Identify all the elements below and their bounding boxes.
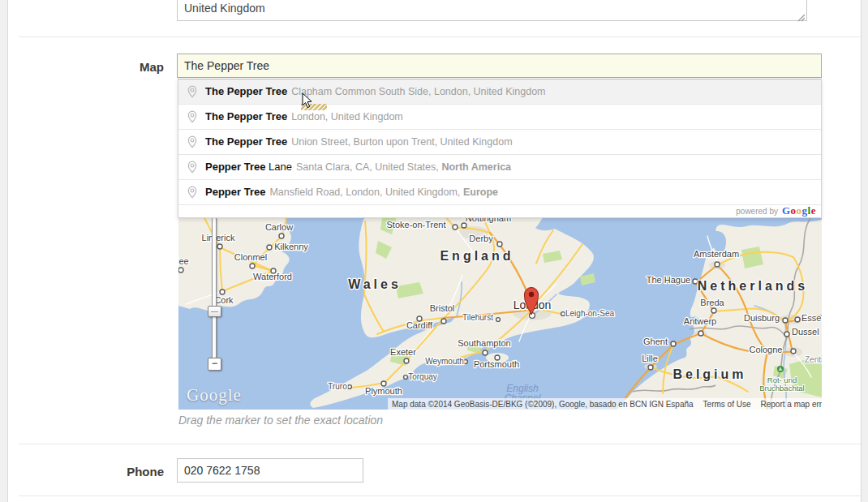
attribution-text: Map data ©2014 GeoBasis-DE/BKG (©2009), … (392, 400, 694, 409)
report-map-error-link[interactable]: Report a map error (761, 400, 822, 409)
suggestion-main: Pepper Tree (205, 161, 265, 173)
map-label: Truro (328, 382, 347, 391)
map-label: Torquay (408, 372, 437, 381)
suggestion-secondary-bold: Europe (463, 187, 498, 198)
map-label: Dussel (792, 327, 819, 337)
map-label: Wales (348, 277, 402, 291)
map-label: Antwerp (684, 316, 716, 326)
map-label: Southampton (458, 338, 510, 348)
resize-handle-icon[interactable] (796, 11, 806, 25)
map-label: Cologne (750, 345, 783, 354)
map-label: Bruchbachtal (759, 384, 804, 393)
suggestion-main-rest: Lane (265, 161, 292, 173)
map-label: Derby (469, 234, 493, 243)
autocomplete-item[interactable]: The Pepper TreeClapham Common South Side… (178, 79, 821, 105)
divider (19, 36, 861, 37)
map-field-label: Map (49, 60, 164, 74)
map-label: Waterford (253, 272, 292, 281)
map-svg: leeLimerickCarlowKilkennyClonmelWaterfor… (178, 207, 822, 410)
country-textarea[interactable]: United Kingdom (177, 0, 807, 21)
left-rail (0, 0, 8, 502)
map-label: Carlow (265, 222, 293, 232)
zoom-out-button[interactable]: − (208, 358, 221, 371)
phone-field-label: Phone (49, 465, 164, 478)
map-label: Cardiff (406, 320, 433, 330)
google-logo: Google (782, 204, 816, 217)
map-label: Netherlands (698, 279, 808, 293)
suggestion-main: Pepper Tree (205, 186, 265, 198)
map-label: Cork (214, 295, 234, 305)
autocomplete-item[interactable]: Pepper TreeMansfield Road, London, Unite… (178, 180, 821, 205)
map-label: Plymouth (365, 386, 402, 396)
map-label: Bristol (430, 303, 455, 313)
suggestion-secondary: Mansfield Road, London, United Kingdom, (269, 187, 460, 198)
map-canvas[interactable]: leeLimerickCarlowKilkennyClonmelWaterfor… (178, 207, 822, 410)
map-label: The Hague (647, 275, 690, 285)
map-label: Breda (700, 298, 724, 307)
map-label: Tilehurst (462, 313, 493, 322)
suggestion-main: The Pepper Tree (205, 85, 287, 97)
suggestion-secondary: London, United Kingdom (291, 111, 403, 122)
autocomplete-items: The Pepper TreeClapham Common South Side… (178, 79, 821, 205)
map-label: Esse (801, 313, 821, 323)
map-label: Ghent (643, 337, 668, 346)
powered-by-row: powered by Google (178, 205, 821, 217)
powered-by-text: powered by (736, 207, 778, 216)
map-hint-text: Drag the marker to set the exact locatio… (178, 414, 383, 427)
zoom-slider-track[interactable] (212, 217, 217, 359)
map-label: Limerick (202, 233, 235, 242)
right-scroll-rail (861, 0, 868, 502)
suggestion-secondary: Clapham Common South Side, London, Unite… (291, 86, 545, 97)
divider (19, 496, 861, 496)
map-label: Belgium (672, 367, 746, 381)
suggestion-main: The Pepper Tree (205, 135, 287, 148)
phone-input[interactable] (177, 458, 363, 483)
autocomplete-item[interactable]: The Pepper TreeUnion Street, Burton upon… (178, 130, 821, 155)
suggestion-main: The Pepper Tree (205, 110, 287, 122)
map-label: Stoke-on-Trent (387, 220, 446, 230)
park-icon (777, 366, 784, 372)
map-label: Clonmel (234, 252, 267, 262)
map-label: Leigh-on-Sea (565, 309, 614, 318)
autocomplete-dropdown: The Pepper TreeClapham Common South Side… (178, 79, 822, 218)
map-label: Lille (642, 354, 658, 363)
autocomplete-item[interactable]: Pepper Tree LaneSanta Clara, CA, United … (178, 155, 821, 180)
terms-of-use-link[interactable]: Terms of Use (703, 400, 751, 409)
map-label: Portsmouth (474, 359, 519, 369)
map-label: lee (178, 256, 189, 266)
map-attribution-bar: Map data ©2014 GeoBasis-DE/BKG (©2009), … (388, 398, 822, 410)
mouse-cursor-icon (302, 92, 313, 112)
suggestion-secondary-bold: North America (441, 161, 511, 173)
map-label: Exeter (390, 347, 416, 357)
google-watermark: Google (187, 385, 242, 405)
autocomplete-item[interactable]: The Pepper TreeLondon, United Kingdom (178, 105, 821, 130)
map-label: Kilkenny (274, 242, 308, 251)
zoom-slider-thumb[interactable] (208, 306, 221, 317)
map-search-input[interactable] (177, 54, 822, 78)
suggestion-secondary: Santa Clara, CA, United States, (296, 161, 439, 173)
map-label: Duisburg (744, 313, 780, 323)
divider (19, 444, 861, 444)
suggestion-secondary: Union Street, Burton upon Trent, United … (291, 136, 512, 148)
map-label: England (440, 249, 513, 263)
map-label: Amsterdam (694, 249, 739, 259)
page: United Kingdom Map The Pepper TreeClapha… (0, 0, 868, 502)
map-label: Weymouth (425, 357, 464, 366)
map-label: Zentr (805, 355, 822, 364)
